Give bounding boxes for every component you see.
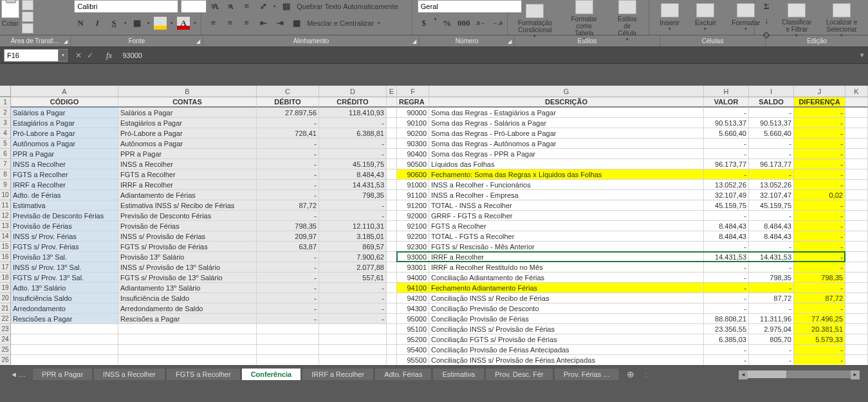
scroll-thumb[interactable] [748,370,786,378]
cell[interactable]: Previsão de Desconto Férias [11,211,118,221]
cell[interactable]: 8.484,43 [704,231,749,242]
tab-nav-more[interactable]: … [19,370,26,378]
cell[interactable] [845,128,868,139]
cell[interactable]: Adiantamento de Férias [118,190,257,200]
cell[interactable]: Autônomos a Pagar [11,139,118,149]
cell[interactable]: - [257,273,319,283]
cell[interactable]: - [794,211,845,221]
cell[interactable]: - [749,242,794,252]
row-header-7[interactable]: 7 [0,159,11,169]
cell[interactable]: - [257,314,319,324]
row-header-8[interactable]: 8 [0,169,11,180]
cell[interactable]: 14.431,53 [749,252,794,262]
sheet-tab[interactable]: Estimativa [432,368,485,380]
cell[interactable]: Estagiários a Pagar [11,118,118,128]
cell[interactable]: 805,70 [749,334,794,345]
cell[interactable]: 798,35 [794,273,845,283]
name-box-dropdown[interactable]: ▾ [59,49,68,62]
horizontal-scrollbar[interactable]: ◄ ► [738,370,860,379]
percent-icon[interactable]: % [441,17,454,30]
cell[interactable]: Adiantamento 13º Salário [118,283,257,293]
cell[interactable]: - [794,252,845,262]
align-top-icon[interactable]: ≡ [207,0,219,13]
cell[interactable] [11,355,118,365]
column-header-G[interactable]: G [429,86,704,97]
cell[interactable]: 93000 [397,252,429,262]
cell[interactable]: Pró-Labore a Pagar [11,128,118,139]
cell[interactable]: Insuficiência Saldo [11,293,118,303]
cell[interactable]: - [794,118,845,128]
row-header-12[interactable]: 12 [0,211,11,221]
cell[interactable]: 95000 [397,314,429,324]
cell[interactable]: INSS s/ Provisão de Férias [118,231,257,242]
cell[interactable]: 45.159,75 [749,200,794,211]
cell[interactable]: Provisão 13º Sal. [11,252,118,262]
cell[interactable]: TOTAL - FGTS a Recolher [429,231,704,242]
cell[interactable]: 798,35 [319,190,387,200]
cell[interactable]: FGTS a Recolher [11,169,118,180]
merge-dropdown[interactable]: ▾ [378,21,380,26]
cell[interactable]: Previsão de Desconto Férias [118,211,257,221]
cell[interactable]: CONTAS [118,97,257,108]
cell[interactable]: Insuficiência de Saldo [118,293,257,303]
cell[interactable]: - [319,149,387,159]
cell[interactable] [387,355,397,365]
cell[interactable]: - [704,242,749,252]
cell[interactable]: 77.496,25 [794,314,845,324]
cell[interactable]: - [319,293,387,303]
row-header-3[interactable]: 3 [0,118,11,128]
find-select-button[interactable]: Localizar e Selecionar ▾ [820,3,863,38]
add-sheet-button[interactable]: ⊕ [620,369,641,379]
cell[interactable]: Provisão de Férias [11,221,118,231]
cell[interactable]: 45.159,75 [319,159,387,169]
sheet-tab[interactable]: PPR a Pagar [32,368,93,380]
currency-dd[interactable]: ▾ [434,17,437,30]
cell[interactable]: - [257,169,319,180]
cell[interactable]: - [794,221,845,231]
cell[interactable]: - [319,283,387,293]
align-right-icon[interactable]: ≡ [240,17,253,30]
cell[interactable]: Salários a Pagar [118,108,257,118]
cell[interactable] [845,273,868,283]
cell[interactable] [387,334,397,345]
row-header-23[interactable]: 23 [0,324,11,334]
cell[interactable]: VALOR [704,97,749,108]
cell[interactable]: 92100 [397,221,429,231]
sheet-tab[interactable]: Prov. Férias … [554,368,620,380]
cell[interactable]: Conciliação INSS s/ Recibo de Férias [429,293,704,303]
cell[interactable]: - [704,345,749,355]
cell[interactable]: 728,41 [257,128,319,139]
cell[interactable]: 32.107,49 [704,190,749,200]
cell[interactable] [387,242,397,252]
cell[interactable] [845,118,868,128]
row-header-15[interactable]: 15 [0,242,11,252]
row-header-16[interactable]: 16 [0,252,11,262]
cell[interactable]: - [749,262,794,273]
cell[interactable]: 90600 [397,169,429,180]
cell[interactable]: 5.660,40 [704,128,749,139]
cell[interactable]: - [794,108,845,118]
cell[interactable]: Fechamento Adiantamento Férias [429,283,704,293]
sheet-tab[interactable]: IRRF a Recolher [302,368,374,380]
cell[interactable] [845,242,868,252]
font-name-select[interactable] [74,0,178,13]
cell[interactable]: Fechamento: Soma das Regras x Líquidos d… [429,169,704,180]
sheet-tab[interactable]: Prov. Desc. Fér [485,368,553,380]
cell[interactable]: - [794,128,845,139]
tab-nav-prev[interactable]: ◄ [10,370,17,378]
row-header-17[interactable]: 17 [0,262,11,273]
cell[interactable] [387,252,397,262]
cell[interactable]: - [319,314,387,324]
cell[interactable]: - [794,345,845,355]
row-header-25[interactable]: 25 [0,345,11,355]
cell[interactable]: 20.381,51 [794,324,845,334]
cell[interactable]: - [704,273,749,283]
cell[interactable]: - [794,231,845,242]
cell[interactable] [845,334,868,345]
cell[interactable] [257,355,319,365]
fill-icon[interactable]: ↓ [760,14,773,27]
align-launcher[interactable]: ◢ [411,39,418,45]
row-header-26[interactable]: 26 [0,355,11,365]
row-header-11[interactable]: 11 [0,200,11,211]
row-header-18[interactable]: 18 [0,273,11,283]
